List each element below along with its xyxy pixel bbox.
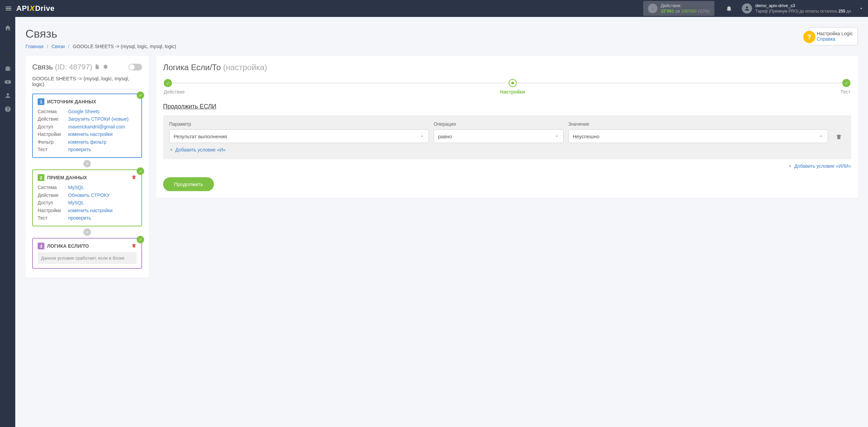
user-name: demo_apix-drive_s3 (755, 3, 851, 9)
delete-icon[interactable] (131, 175, 137, 181)
source-block[interactable]: 1ИСТОЧНИК ДАННЫХ СистемаGoogle Sheets Де… (32, 94, 142, 158)
add-or-button[interactable]: Добавить условие «ИЛИ» (788, 163, 851, 169)
dest-title: ПРИЕМ ДАННЫХ (47, 175, 87, 180)
source-access[interactable]: maverickandrii@gmail.com (68, 123, 125, 130)
val-label: Значение (568, 121, 828, 127)
op-select[interactable]: равно (434, 129, 564, 143)
remove-condition-button[interactable] (833, 134, 845, 143)
logic-info: Данное условие сработает, если в блоке (38, 252, 137, 264)
user-menu[interactable]: demo_apix-drive_s3 Тариф |Премиум PRO| д… (742, 3, 851, 14)
destination-block[interactable]: 2ПРИЕМ ДАННЫХ СистемаMySQL ДействиеОбнов… (32, 169, 142, 226)
step-test[interactable] (842, 79, 850, 87)
breadcrumb-current: GOOGLE SHEETS -> (mysql, logic, mysql, l… (73, 44, 176, 49)
help-title: Настройка Logic (817, 31, 853, 36)
page-title: Связь (25, 27, 176, 40)
sidebar-billing[interactable] (0, 48, 15, 62)
connection-subtitle: GOOGLE SHEETS -> (mysql, logic, mysql, l… (32, 76, 142, 89)
step-settings[interactable] (509, 79, 517, 87)
actions-label: Действия: (661, 3, 710, 8)
val-select[interactable]: Неуспешно (568, 129, 828, 143)
dest-system[interactable]: MySQL (68, 184, 84, 191)
source-title: ИСТОЧНИК ДАННЫХ (47, 99, 96, 104)
connection-title: Связь (ID: 48797) (32, 63, 92, 72)
menu-button[interactable] (3, 3, 14, 14)
source-test[interactable]: проверить (68, 146, 91, 153)
sidebar-home[interactable] (0, 21, 15, 35)
dest-access[interactable]: MySQL (68, 199, 84, 206)
param-label: Параметр (169, 121, 429, 127)
help-box: ? Настройка Logic Справка (809, 27, 858, 45)
sidebar-help[interactable] (0, 102, 15, 116)
condition-title: Продолжить ЕСЛИ (163, 103, 851, 110)
sidebar-profile[interactable] (0, 89, 15, 102)
source-system[interactable]: Google Sheets (68, 108, 100, 115)
header: APIXDrive Действия: 22'061 из 100'000 (2… (0, 0, 868, 17)
dest-action[interactable]: Обновить СТРОКУ (68, 191, 110, 199)
param-select[interactable]: Результат выполнения (169, 129, 429, 143)
info-icon (648, 4, 657, 13)
actions-counter[interactable]: Действия: 22'061 из 100'000 (22%) (643, 1, 714, 16)
check-icon (137, 167, 144, 175)
source-filter[interactable]: изменить фильтр (68, 138, 106, 146)
op-label: Операция (434, 121, 564, 127)
source-action[interactable]: Загрузить СТРОКИ (новые) (68, 115, 129, 123)
dest-test[interactable]: проверить (68, 214, 91, 222)
add-step-button[interactable] (83, 228, 91, 236)
condition-block: Параметр Результат выполнения Операция р… (163, 115, 851, 159)
help-link[interactable]: Справка (817, 36, 853, 42)
expand-button[interactable] (854, 6, 868, 11)
avatar-icon (742, 3, 752, 14)
check-icon (137, 236, 144, 243)
stepper: Действие Настройки Тест (163, 79, 851, 95)
add-and-button[interactable]: Добавить условие «И» (169, 147, 225, 152)
settings-title: Логика Если/То (настройка) (163, 63, 851, 72)
sidebar-youtube[interactable] (0, 75, 15, 89)
notifications-button[interactable] (723, 5, 735, 12)
sidebar-briefcase[interactable] (0, 62, 15, 75)
logo[interactable]: APIXDrive (16, 4, 55, 13)
breadcrumb: Главная / Связи / GOOGLE SHEETS -> (mysq… (25, 44, 176, 49)
help-icon: ? (803, 31, 815, 43)
check-icon (137, 92, 144, 99)
enable-toggle[interactable] (129, 64, 142, 70)
breadcrumb-links[interactable]: Связи (52, 44, 65, 49)
main-content: Связь Главная / Связи / GOOGLE SHEETS ->… (15, 17, 868, 288)
copy-icon[interactable] (94, 64, 100, 70)
settings-panel: Логика Если/То (настройка) Действие Наст… (156, 56, 858, 198)
sidebar-connections[interactable] (0, 35, 15, 48)
tariff-info: Тариф |Премиум PRO| до оплаты осталось 2… (755, 9, 851, 14)
logic-title: ЛОГИКА ЕСЛИ/ТО (47, 243, 89, 249)
continue-button[interactable]: Продолжить (163, 177, 214, 191)
logic-block[interactable]: 3ЛОГИКА ЕСЛИ/ТО Данное условие сработает… (32, 238, 142, 269)
delete-icon[interactable] (131, 243, 137, 249)
dest-settings[interactable]: изменить настройки (68, 207, 113, 214)
gear-icon[interactable] (102, 64, 108, 70)
step-action[interactable] (164, 79, 172, 87)
connection-panel: Связь (ID: 48797) GOOGLE SHEETS -> (mysq… (25, 56, 149, 278)
breadcrumb-home[interactable]: Главная (25, 44, 43, 49)
add-step-button[interactable] (83, 160, 91, 167)
source-settings[interactable]: изменить настройки (68, 130, 113, 138)
sidebar (0, 17, 15, 288)
